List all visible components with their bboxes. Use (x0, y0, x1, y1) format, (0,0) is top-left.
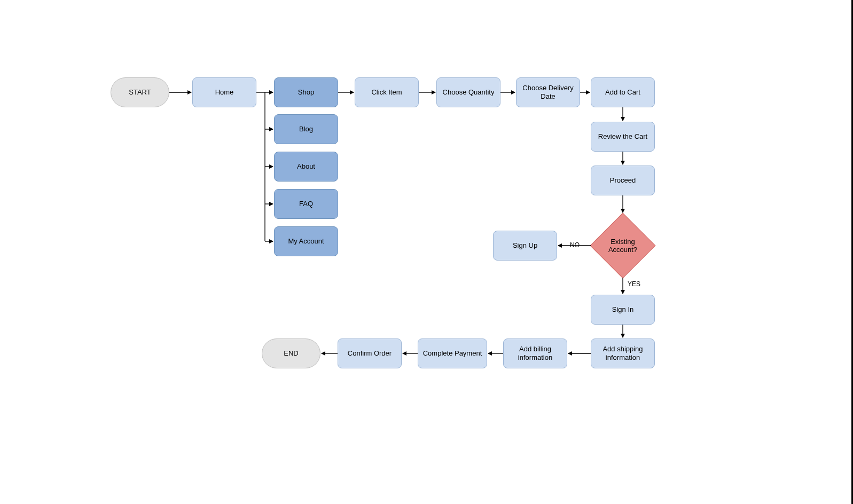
node-review-cart: Review the Cart (591, 122, 655, 152)
node-shop-label: Shop (298, 88, 314, 97)
node-add-billing: Add billing information (503, 338, 567, 368)
node-proceed-label: Proceed (610, 176, 636, 185)
node-blog-label: Blog (299, 125, 313, 133)
node-sign-up-label: Sign Up (513, 241, 537, 250)
end-label: END (284, 349, 298, 358)
node-complete-payment-label: Complete Payment (423, 349, 482, 358)
edge-label-yes: YES (627, 280, 641, 288)
node-choose-quantity-label: Choose Quantity (443, 88, 495, 97)
node-blog: Blog (274, 114, 338, 144)
node-choose-quantity: Choose Quantity (436, 77, 500, 107)
node-add-to-cart: Add to Cart (591, 77, 655, 107)
node-faq-label: FAQ (299, 200, 313, 208)
node-sign-in-label: Sign In (612, 305, 633, 314)
node-my-account: My Account (274, 226, 338, 256)
node-confirm-order-label: Confirm Order (348, 349, 392, 358)
node-click-item: Click Item (355, 77, 419, 107)
node-review-cart-label: Review the Cart (598, 132, 647, 141)
node-sign-in: Sign In (591, 295, 655, 325)
decision-existing-account: Existing Account? (591, 214, 655, 278)
edge-label-no: NO (569, 241, 581, 249)
start-label: START (129, 88, 151, 97)
node-sign-up: Sign Up (493, 231, 557, 261)
node-about-label: About (297, 162, 315, 171)
node-choose-delivery-date: Choose Delivery Date (516, 77, 580, 107)
node-my-account-label: My Account (288, 237, 324, 246)
node-choose-delivery-date-label: Choose Delivery Date (521, 84, 575, 101)
start-terminator: START (111, 77, 169, 107)
node-faq: FAQ (274, 189, 338, 219)
node-home: Home (192, 77, 256, 107)
flowchart-canvas: START END Home Shop Blog About FAQ My Ac… (0, 0, 853, 504)
decision-existing-account-label: Existing Account? (591, 214, 655, 278)
node-confirm-order: Confirm Order (338, 338, 402, 368)
node-proceed: Proceed (591, 166, 655, 195)
end-terminator: END (262, 338, 320, 368)
flow-arrows (0, 0, 853, 504)
node-click-item-label: Click Item (371, 88, 402, 97)
node-home-label: Home (215, 88, 234, 97)
node-complete-payment: Complete Payment (418, 338, 487, 368)
node-add-billing-label: Add billing information (508, 345, 562, 363)
node-add-shipping-label: Add shipping information (596, 345, 650, 363)
node-add-shipping: Add shipping information (591, 338, 655, 368)
node-add-to-cart-label: Add to Cart (605, 88, 640, 97)
node-about: About (274, 152, 338, 182)
node-shop: Shop (274, 77, 338, 107)
